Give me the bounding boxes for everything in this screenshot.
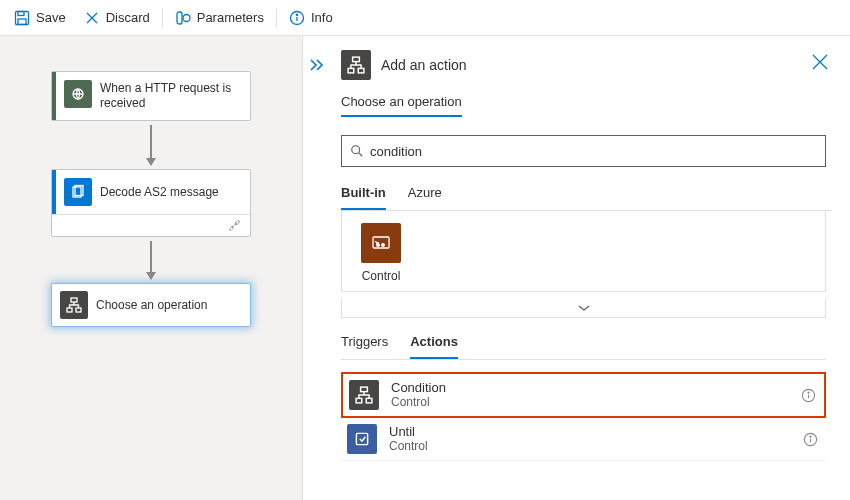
close-panel-button[interactable]	[810, 52, 830, 72]
subtab-triggers[interactable]: Triggers	[341, 334, 388, 359]
decode-as2-icon	[64, 178, 92, 206]
action-title: Until	[389, 424, 428, 439]
kind-tabs: Triggers Actions	[341, 334, 826, 360]
action-picker-panel: Add an action Choose an operation Built-…	[303, 36, 850, 500]
svg-point-31	[808, 391, 809, 392]
svg-rect-27	[356, 398, 362, 403]
collapse-panel-button[interactable]	[309, 58, 325, 72]
panel-subtitle: Choose an operation	[341, 94, 462, 117]
svg-rect-32	[356, 433, 367, 444]
trigger-node-http-request[interactable]: When a HTTP request is received	[51, 71, 251, 121]
save-button[interactable]: Save	[6, 5, 74, 31]
choose-operation-node[interactable]: Choose an operation	[51, 283, 251, 327]
discard-label: Discard	[106, 10, 150, 25]
info-button[interactable]: Info	[281, 5, 341, 31]
svg-point-9	[296, 14, 297, 15]
svg-rect-2	[18, 19, 26, 25]
decode-node-label: Decode AS2 message	[100, 176, 250, 209]
info-label: Info	[311, 10, 333, 25]
discard-icon	[84, 10, 100, 26]
svg-rect-19	[348, 68, 354, 73]
panel-header: Add an action	[341, 50, 832, 80]
svg-point-6	[183, 14, 190, 21]
subtab-actions[interactable]: Actions	[410, 334, 458, 359]
svg-rect-15	[76, 308, 81, 312]
svg-point-25	[382, 244, 385, 247]
toolbar: Save Discard Parameters Info	[0, 0, 850, 36]
source-tabs: Built-in Azure	[341, 185, 832, 211]
condition-icon	[349, 380, 379, 410]
discard-button[interactable]: Discard	[76, 5, 158, 31]
svg-rect-20	[358, 68, 364, 73]
action-title: Condition	[391, 380, 446, 395]
parameters-label: Parameters	[197, 10, 264, 25]
toolbar-separator	[276, 9, 277, 27]
http-trigger-icon	[64, 80, 92, 108]
trigger-node-label: When a HTTP request is received	[100, 72, 250, 120]
search-box[interactable]	[341, 135, 826, 167]
connector-label: Control	[354, 269, 408, 283]
action-subtitle: Control	[389, 439, 428, 454]
action-item-until[interactable]: Until Control	[341, 418, 826, 461]
tab-azure[interactable]: Azure	[408, 185, 442, 210]
action-item-condition[interactable]: Condition Control	[341, 372, 826, 418]
panel-header-icon	[341, 50, 371, 80]
search-icon	[350, 144, 364, 158]
parameters-icon	[175, 10, 191, 26]
choose-node-label: Choose an operation	[96, 288, 250, 323]
tab-built-in[interactable]: Built-in	[341, 185, 386, 210]
save-icon	[14, 10, 30, 26]
connector-control[interactable]: Control	[354, 223, 408, 283]
svg-rect-14	[67, 308, 72, 312]
action-info-icon[interactable]	[803, 432, 818, 447]
svg-rect-13	[71, 298, 77, 302]
control-connector-icon	[361, 223, 401, 263]
svg-rect-26	[361, 387, 368, 392]
node-footer: 🔗︎	[52, 214, 250, 236]
panel-title: Add an action	[381, 57, 467, 73]
svg-rect-28	[366, 398, 372, 403]
parameters-button[interactable]: Parameters	[167, 5, 272, 31]
info-icon	[289, 10, 305, 26]
connector-arrow	[150, 125, 152, 165]
svg-rect-18	[353, 57, 360, 62]
svg-point-21	[352, 146, 360, 154]
action-info-icon[interactable]	[801, 388, 816, 403]
search-input[interactable]	[370, 144, 817, 159]
svg-point-35	[810, 435, 811, 436]
action-subtitle: Control	[391, 395, 446, 410]
designer-canvas[interactable]: When a HTTP request is received Decode A…	[0, 36, 303, 500]
link-icon: 🔗︎	[228, 219, 240, 233]
svg-rect-5	[177, 12, 182, 24]
svg-rect-1	[18, 11, 24, 15]
svg-rect-23	[373, 237, 389, 248]
node-accent	[52, 170, 56, 214]
action-list: Condition Control Until Control	[341, 372, 826, 461]
svg-line-22	[359, 153, 363, 157]
toolbar-separator	[162, 9, 163, 27]
until-icon	[347, 424, 377, 454]
node-accent	[52, 72, 56, 120]
connector-arrow	[150, 241, 152, 279]
choose-operation-icon	[60, 291, 88, 319]
connector-gallery: Control	[341, 211, 826, 292]
expand-connectors-button[interactable]	[341, 298, 826, 318]
action-node-decode-as2[interactable]: Decode AS2 message 🔗︎	[51, 169, 251, 237]
save-label: Save	[36, 10, 66, 25]
